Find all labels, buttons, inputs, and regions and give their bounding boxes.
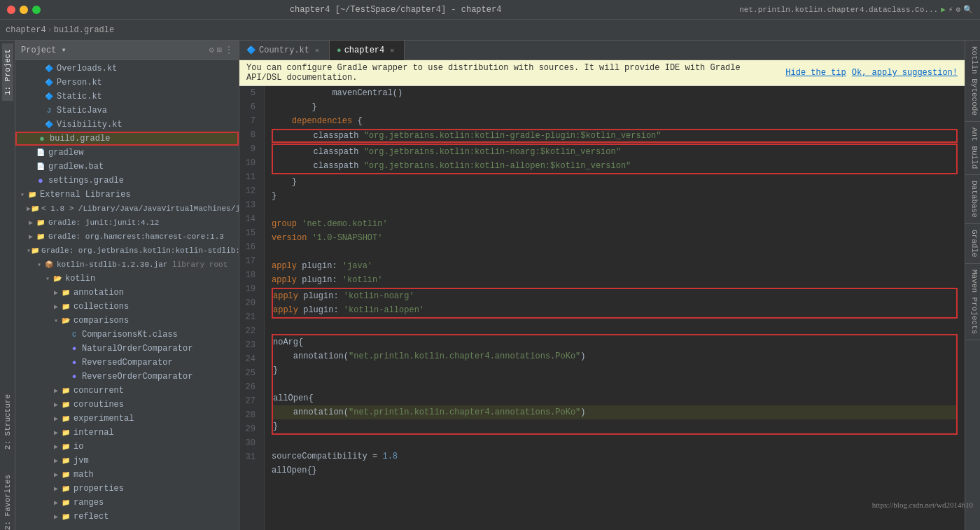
tree-item-annotation[interactable]: ▶ 📁 annotation [15, 286, 239, 300]
line-num-26: 26 [239, 380, 258, 394]
folder-open-icon: 📂 [52, 273, 63, 284]
project-tab[interactable]: 1: Project [2, 43, 13, 101]
run-config-label: net.println.kotlin.chapter4.dataclass.Co… [739, 6, 938, 14]
tree-item-natural-comparator[interactable]: ● NaturalOrderComparator [15, 342, 239, 356]
database-tab[interactable]: Database [965, 175, 980, 224]
tree-item-kotlin-stdlib[interactable]: ▾ 📁 Gradle: org.jetbrains.kotlin:kotlin-… [15, 244, 239, 258]
tree-item-experimental[interactable]: ▶ 📁 experimental [15, 412, 239, 426]
tree-label: concurrent [74, 386, 124, 396]
tree-item-build-gradle[interactable]: ● build.gradle [15, 132, 239, 146]
gradle-tab[interactable]: Gradle [965, 224, 980, 264]
tree-item-reversed-comparator[interactable]: ● ReversedComparator [15, 356, 239, 370]
gradle-green-icon: ● [36, 133, 48, 144]
tree-item-junit[interactable]: ▶ 📁 Gradle: junit:junit:4.12 [15, 216, 239, 230]
tree-item-math[interactable]: ▶ 📁 math [15, 468, 239, 482]
tree-item-comparisons-kt[interactable]: C ComparisonsKt.class [15, 328, 239, 342]
code-line-19: apply plugin: 'kotlin-noarg' [273, 289, 956, 303]
code-line-27: annotation("net.println.kotlin.chapter4.… [273, 405, 956, 419]
tree-item-kotlin-folder[interactable]: ▾ 📂 kotlin [15, 272, 239, 286]
folder-icon: 📁 [60, 483, 71, 494]
file-icon: 📄 [35, 161, 46, 172]
apply-suggestion-link[interactable]: Ok, apply suggestion! [852, 68, 958, 78]
tree-item-person[interactable]: 🔷 Person.kt [15, 76, 239, 90]
art-build-tab[interactable]: Ant Build [965, 122, 980, 175]
maximize-button[interactable] [32, 6, 41, 14]
code-line-7: dependencies { [272, 114, 958, 128]
tree-label: ranges [74, 498, 104, 508]
tree-label: Gradle: junit:junit:4.12 [48, 218, 159, 227]
tab-country-kt[interactable]: 🔷 Country.kt ✕ [239, 41, 330, 60]
close-button[interactable] [7, 6, 15, 14]
line-num-5: 5 [239, 86, 258, 100]
tree-item-external-libs[interactable]: ▾ 📁 External Libraries [15, 188, 239, 202]
tree-arrow-closed: ▶ [52, 386, 60, 395]
tree-item-settings-gradle[interactable]: ● settings.gradle [15, 174, 239, 188]
code-editor[interactable]: 5 6 7 8 9 10 11 12 13 14 15 16 17 18 19 … [239, 86, 965, 530]
code-content[interactable]: mavenCentral() } dependencies { [265, 86, 965, 530]
tree-item-visibility[interactable]: 🔷 Visibility.kt [15, 118, 239, 132]
tree-item-kotlin-jar[interactable]: ▾ 📦 kotlin-stdlib-1.2.30.jar library roo… [15, 258, 239, 272]
toolbar-icon-1[interactable]: ⚙ [955, 5, 960, 14]
tree-item-reverseorder-comparator[interactable]: ● ReverseOrderComparator [15, 370, 239, 384]
tab-chapter4[interactable]: ● chapter4 ✕ [330, 41, 405, 60]
folder-icon: 📁 [60, 287, 71, 298]
tree-item-jvm[interactable]: ▶ 📁 jvm [15, 454, 239, 468]
structure-tab[interactable]: 2: Structure [2, 389, 13, 455]
tree-label: settings.gradle [48, 176, 124, 186]
class-icon: ● [69, 371, 80, 382]
tree-arrow-closed: ▶ [52, 498, 60, 507]
code-line-22: noArg{ [273, 335, 956, 349]
tree-item-jdk[interactable]: ▶ 📁 < 1.8 > /Library/Java/JavaVirtualMac… [15, 202, 239, 216]
tree-item-properties[interactable]: ▶ 📁 properties [15, 482, 239, 496]
tab-close-country[interactable]: ✕ [312, 46, 322, 55]
tree-item-internal[interactable]: ▶ 📁 internal [15, 426, 239, 440]
tree-item-coroutines[interactable]: ▶ 📁 coroutines [15, 398, 239, 412]
main-container: 1: Project 2: Structure 2: Favorites Pro… [0, 41, 980, 530]
maven-tab[interactable]: Maven Projects [965, 264, 980, 340]
class-icon: C [69, 329, 80, 340]
project-options-icon[interactable]: ⋮ [225, 45, 233, 55]
tab-close-chapter4[interactable]: ✕ [387, 46, 397, 55]
tab-label: Country.kt [259, 46, 309, 55]
tree-label: StaticJava [57, 106, 107, 116]
tree-arrow-open: ▾ [43, 274, 52, 283]
tree-item-concurrent[interactable]: ▶ 📁 concurrent [15, 384, 239, 398]
tree-item-collections[interactable]: ▶ 📁 collections [15, 300, 239, 314]
project-gear-icon[interactable]: ⚙ [209, 45, 214, 55]
code-line-12: } [272, 189, 958, 203]
tree-item-hamcrest[interactable]: ▶ 📁 Gradle: org.hamcrest:hamcrest-core:1… [15, 230, 239, 244]
tree-item-staticjava[interactable]: J StaticJava [15, 104, 239, 118]
tree-item-gradlew-bat[interactable]: 📄 gradlew.bat [15, 160, 239, 174]
tree-item-gradlew[interactable]: 📄 gradlew [15, 146, 239, 160]
tree-label: Gradle: org.jetbrains.kotlin:kotlin-stdl… [41, 246, 239, 255]
folder-icon: 📁 [60, 441, 71, 452]
hide-tip-link[interactable]: Hide the tip [785, 68, 846, 78]
tree-item-static[interactable]: 🔷 Static.kt [15, 90, 239, 104]
tree-item-io[interactable]: ▶ 📁 io [15, 440, 239, 454]
kotlin-bytecode-tab[interactable]: Kotlin Bytecode [965, 41, 980, 122]
breadcrumb-chapter4[interactable]: chapter4 [6, 25, 46, 35]
project-expand-icon[interactable]: ⊞ [217, 45, 222, 55]
box4-outline: noArg{ annotation("net.println.kotlin.ch… [272, 334, 958, 435]
favorites-tab[interactable]: 2: Favorites [2, 469, 13, 530]
line-num-22: 22 [239, 324, 258, 338]
breadcrumb-build-gradle[interactable]: build.gradle [54, 25, 114, 35]
kotlin-file-icon: 🔷 [43, 63, 55, 74]
tree-item-reflect[interactable]: ▶ 📁 reflect [15, 510, 239, 524]
tree-item-comparisons[interactable]: ▾ 📂 comparisons [15, 314, 239, 328]
tree-item-overloads[interactable]: 🔷 Overloads.kt [15, 62, 239, 76]
tree-label: annotation [74, 288, 124, 298]
run-icon[interactable]: ▶ [941, 5, 946, 14]
toolbar-icon-2[interactable]: 🔍 [963, 5, 973, 14]
code-line-8: classpath "org.jetbrains.kotlin:kotlin-g… [272, 129, 958, 143]
class-icon: ● [69, 343, 80, 354]
tree-arrow-closed: ▶ [52, 484, 60, 493]
tree-label: experimental [74, 414, 134, 424]
debug-icon[interactable]: ⚡ [948, 5, 953, 14]
minimize-button[interactable] [20, 6, 28, 14]
line-num-13: 13 [239, 198, 258, 212]
project-title: Project ▾ [21, 45, 206, 55]
folder-icon: 📁 [35, 217, 46, 228]
tree-item-ranges[interactable]: ▶ 📁 ranges [15, 496, 239, 510]
tree-label: coroutines [74, 400, 124, 410]
